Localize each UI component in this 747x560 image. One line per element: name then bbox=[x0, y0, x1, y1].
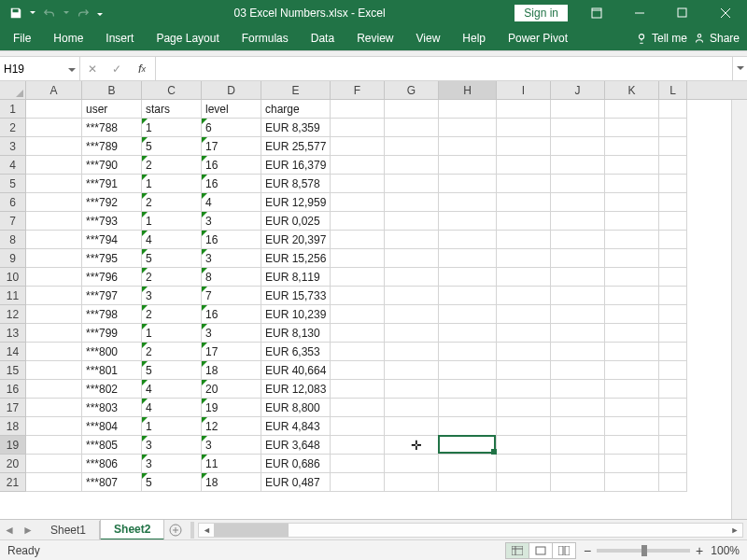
cell-I21[interactable] bbox=[497, 473, 551, 492]
cell-H17[interactable] bbox=[439, 399, 497, 417]
cell-E6[interactable]: EUR 12,959 bbox=[261, 193, 331, 212]
cell-D19[interactable]: 3 bbox=[202, 436, 261, 455]
cell-B13[interactable]: ***799 bbox=[82, 324, 142, 343]
cell-L6[interactable] bbox=[659, 193, 687, 212]
cell-H1[interactable] bbox=[439, 100, 497, 119]
cell-I2[interactable] bbox=[497, 119, 551, 137]
cell-D6[interactable]: 4 bbox=[202, 193, 261, 212]
undo-button[interactable] bbox=[39, 3, 60, 23]
col-header-I[interactable]: I bbox=[497, 81, 551, 99]
cell-C10[interactable]: 2 bbox=[142, 268, 202, 287]
cell-A13[interactable] bbox=[26, 324, 82, 343]
cell-L15[interactable] bbox=[659, 361, 687, 380]
cell-B12[interactable]: ***798 bbox=[82, 305, 142, 324]
cell-J18[interactable] bbox=[551, 417, 605, 436]
cell-I1[interactable] bbox=[497, 100, 551, 119]
cell-F6[interactable] bbox=[331, 193, 385, 212]
cell-I7[interactable] bbox=[497, 212, 551, 231]
tab-help[interactable]: Help bbox=[451, 26, 497, 50]
cell-A19[interactable] bbox=[26, 436, 82, 455]
cell-H12[interactable] bbox=[439, 305, 497, 324]
cell-E2[interactable]: EUR 8,359 bbox=[261, 119, 331, 137]
cell-L12[interactable] bbox=[659, 305, 687, 324]
redo-button[interactable] bbox=[73, 3, 93, 23]
cell-K17[interactable] bbox=[605, 399, 659, 417]
cell-A4[interactable] bbox=[26, 156, 82, 175]
cell-D5[interactable]: 16 bbox=[202, 175, 261, 193]
cell-G12[interactable] bbox=[385, 305, 439, 324]
cell-L13[interactable] bbox=[659, 324, 687, 343]
cell-K15[interactable] bbox=[605, 361, 659, 380]
cell-G17[interactable] bbox=[385, 399, 439, 417]
cell-C13[interactable]: 1 bbox=[142, 324, 202, 343]
cell-A21[interactable] bbox=[26, 473, 82, 492]
cell-G10[interactable] bbox=[385, 268, 439, 287]
cell-F18[interactable] bbox=[331, 417, 385, 436]
cell-L19[interactable] bbox=[659, 436, 687, 455]
cell-C20[interactable]: 3 bbox=[142, 455, 202, 473]
cell-B15[interactable]: ***801 bbox=[82, 361, 142, 380]
cell-L5[interactable] bbox=[659, 175, 687, 193]
cell-L20[interactable] bbox=[659, 455, 687, 473]
cell-G18[interactable] bbox=[385, 417, 439, 436]
tab-page-layout[interactable]: Page Layout bbox=[145, 26, 230, 50]
col-header-C[interactable]: C bbox=[142, 81, 202, 99]
cell-C6[interactable]: 2 bbox=[142, 193, 202, 212]
cell-B1[interactable]: user bbox=[82, 100, 142, 119]
cell-E15[interactable]: EUR 40,664 bbox=[261, 361, 331, 380]
cell-B4[interactable]: ***790 bbox=[82, 156, 142, 175]
cell-E7[interactable]: EUR 0,025 bbox=[261, 212, 331, 231]
row-header-15[interactable]: 15 bbox=[0, 361, 26, 380]
cell-I4[interactable] bbox=[497, 156, 551, 175]
cell-K11[interactable] bbox=[605, 287, 659, 305]
row-header-5[interactable]: 5 bbox=[0, 175, 26, 193]
hscroll-right[interactable]: ► bbox=[727, 525, 742, 535]
cell-J2[interactable] bbox=[551, 119, 605, 137]
cell-J3[interactable] bbox=[551, 137, 605, 156]
row-header-14[interactable]: 14 bbox=[0, 343, 26, 361]
cell-E19[interactable]: EUR 3,648 bbox=[261, 436, 331, 455]
cell-F3[interactable] bbox=[331, 137, 385, 156]
cell-D8[interactable]: 16 bbox=[202, 231, 261, 249]
cell-G16[interactable] bbox=[385, 380, 439, 399]
cell-C12[interactable]: 2 bbox=[142, 305, 202, 324]
row-header-2[interactable]: 2 bbox=[0, 119, 26, 137]
cell-K3[interactable] bbox=[605, 137, 659, 156]
cell-K1[interactable] bbox=[605, 100, 659, 119]
cell-C19[interactable]: 3 bbox=[142, 436, 202, 455]
cell-F13[interactable] bbox=[331, 324, 385, 343]
cell-C2[interactable]: 1 bbox=[142, 119, 202, 137]
cell-J11[interactable] bbox=[551, 287, 605, 305]
cell-L11[interactable] bbox=[659, 287, 687, 305]
cell-A9[interactable] bbox=[26, 249, 82, 268]
cell-C16[interactable]: 4 bbox=[142, 380, 202, 399]
vertical-scrollbar[interactable] bbox=[731, 100, 747, 519]
cell-J7[interactable] bbox=[551, 212, 605, 231]
cell-J4[interactable] bbox=[551, 156, 605, 175]
sheet-tab-sheet2[interactable]: Sheet2 bbox=[100, 519, 164, 540]
cell-C21[interactable]: 5 bbox=[142, 473, 202, 492]
signin-button[interactable]: Sign in bbox=[514, 5, 568, 21]
cell-B18[interactable]: ***804 bbox=[82, 417, 142, 436]
cell-I13[interactable] bbox=[497, 324, 551, 343]
cell-A8[interactable] bbox=[26, 231, 82, 249]
cell-L16[interactable] bbox=[659, 380, 687, 399]
cell-B16[interactable]: ***802 bbox=[82, 380, 142, 399]
formula-expand[interactable] bbox=[732, 57, 747, 80]
row-header-19[interactable]: 19 bbox=[0, 436, 26, 455]
zoom-in-button[interactable]: + bbox=[696, 543, 703, 558]
cell-L8[interactable] bbox=[659, 231, 687, 249]
cell-E8[interactable]: EUR 20,397 bbox=[261, 231, 331, 249]
cell-A16[interactable] bbox=[26, 380, 82, 399]
tab-review[interactable]: Review bbox=[345, 26, 404, 50]
zoom-percent[interactable]: 100% bbox=[711, 544, 740, 557]
qat-customize[interactable] bbox=[95, 9, 105, 17]
cell-G19[interactable] bbox=[385, 436, 439, 455]
cell-L1[interactable] bbox=[659, 100, 687, 119]
cell-I17[interactable] bbox=[497, 399, 551, 417]
cell-D1[interactable]: level bbox=[202, 100, 261, 119]
cell-D12[interactable]: 16 bbox=[202, 305, 261, 324]
col-header-G[interactable]: G bbox=[385, 81, 439, 99]
cell-A15[interactable] bbox=[26, 361, 82, 380]
cell-D2[interactable]: 6 bbox=[202, 119, 261, 137]
